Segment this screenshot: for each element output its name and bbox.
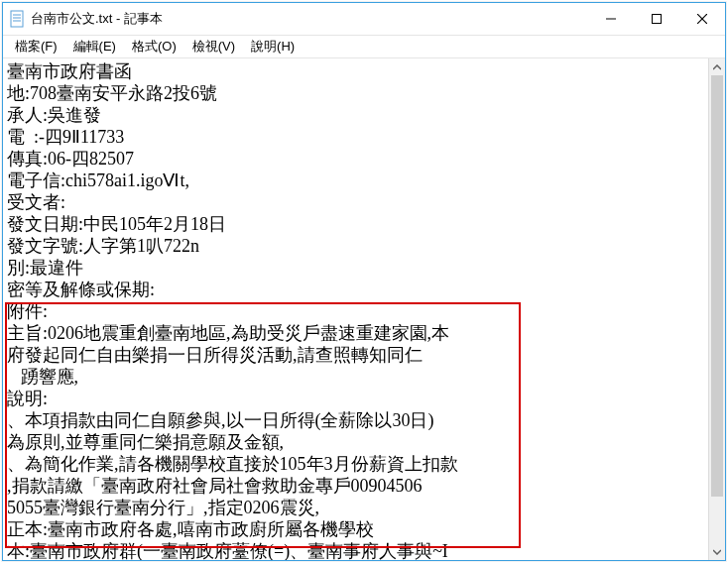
text-line: 、本項捐款由同仁自願參與,以一日所得(全薪除以30日) — [7, 409, 704, 431]
maximize-button[interactable] — [634, 3, 679, 35]
text-line: 電子信:chi578ai1.igoⅥt, — [7, 169, 704, 191]
title-bar[interactable]: 台南市公文.txt - 記事本 — [3, 3, 725, 36]
text-line: 別:最違件 — [7, 257, 704, 279]
window-title: 台南市公文.txt - 記事本 — [31, 10, 163, 28]
text-line: 正本:臺南市政府各處,嘻南市政廚所屬各機學校 — [7, 518, 704, 540]
svg-rect-0 — [11, 11, 23, 27]
text-line: 密等及解條或保期: — [7, 279, 704, 300]
client-area: 臺南市政府書函地:708臺南安平永路2投6號承人:吳進發電 :-四9Ⅱ11733… — [3, 58, 725, 560]
text-line: 5055臺灣銀行臺南分行」,指定0206震災, — [7, 497, 704, 518]
text-line: 踴響應, — [7, 366, 704, 388]
text-line: ,捐款請繳「臺南政府社會局社會救助金專戶00904506 — [7, 475, 704, 497]
text-area[interactable]: 臺南市政府書函地:708臺南安平永路2投6號承人:吳進發電 :-四9Ⅱ11733… — [3, 58, 708, 560]
text-line: 本:臺南市政府群(一臺南政府薹僚(=)、臺南事府人事與~I — [7, 540, 704, 560]
menu-bar: 檔案(F) 編輯(E) 格式(O) 檢視(V) 說明(H) — [3, 36, 725, 58]
scroll-down-arrow[interactable] — [709, 543, 726, 560]
scroll-up-arrow[interactable] — [709, 58, 726, 75]
menu-file[interactable]: 檔案(F) — [7, 36, 65, 57]
text-line: 府發起同仁自由樂捐一日所得災活動,請查照轉知同仁 — [7, 344, 704, 366]
menu-format[interactable]: 格式(O) — [124, 36, 184, 57]
text-line: 臺南市政府書函 — [7, 60, 704, 82]
menu-view[interactable]: 檢視(V) — [184, 36, 243, 57]
scroll-thumb[interactable] — [711, 75, 723, 497]
text-line: 、為簡化作業,請各機關學校直接於105年3月份薪資上扣款 — [7, 453, 704, 475]
text-line: 承人:吳進發 — [7, 104, 704, 126]
text-line: 受文者: — [7, 191, 704, 213]
text-line: 地:708臺南安平永路2投6號 — [7, 82, 704, 104]
text-line: 說明: — [7, 388, 704, 409]
minimize-button[interactable] — [588, 3, 634, 35]
menu-help[interactable]: 說明(H) — [243, 36, 303, 57]
text-line: 發文日期:中民105年2月18日 — [7, 213, 704, 235]
text-line: 發文字號:人字第1叭722n — [7, 235, 704, 257]
text-line: 為原則,並尊重同仁樂捐意願及金額, — [7, 431, 704, 453]
text-line: 主旨:0206地震重創臺南地區,為助受災戶盡速重建家園,本 — [7, 322, 704, 344]
app-icon — [9, 9, 25, 29]
svg-rect-5 — [653, 15, 662, 24]
text-line: 附件: — [7, 300, 704, 322]
notepad-window: 台南市公文.txt - 記事本 檔案(F) 編輯(E) 格式(O) 檢視(V) … — [2, 2, 726, 561]
text-line: 傳真:06-四82507 — [7, 148, 704, 169]
text-line: 電 :-四9Ⅱ11733 — [7, 126, 704, 148]
menu-edit[interactable]: 編輯(E) — [65, 36, 124, 57]
vertical-scrollbar[interactable] — [708, 58, 725, 560]
close-button[interactable] — [679, 3, 725, 35]
scroll-track[interactable] — [709, 75, 725, 543]
